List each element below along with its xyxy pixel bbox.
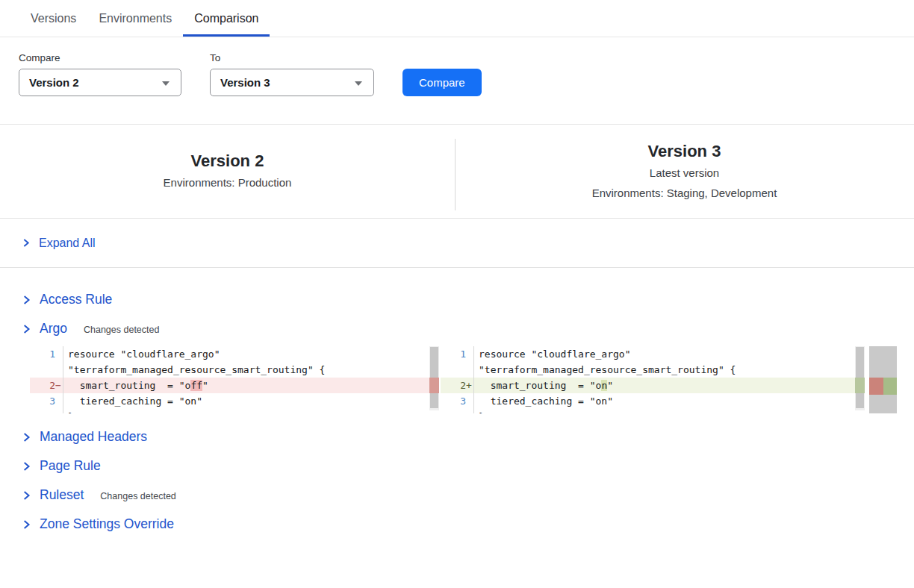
section-ruleset[interactable]: Ruleset Changes detected xyxy=(0,481,914,510)
version-right-latest: Latest version xyxy=(650,163,719,183)
tab-environments[interactable]: Environments xyxy=(87,0,183,37)
chevron-down-icon xyxy=(355,81,362,86)
compare-controls: Compare Version 2 To Version 3 Compare xyxy=(0,37,914,96)
compare-from-select[interactable]: Version 2 xyxy=(19,69,181,96)
section-title: Access Rule xyxy=(40,292,112,307)
diff-right-scrollbar[interactable] xyxy=(855,346,865,410)
header-divider xyxy=(455,139,456,210)
compare-button[interactable]: Compare xyxy=(402,69,482,96)
diff-right-pane: 1resource "cloudflare_argo" "terraform_m… xyxy=(441,346,865,413)
resource-sections: Access Rule Argo Changes detected 1resou… xyxy=(0,285,914,539)
compare-label: Compare xyxy=(19,52,181,63)
version-right-title: Version 3 xyxy=(648,140,721,163)
added-line-marker xyxy=(855,378,865,393)
removed-line-marker xyxy=(429,378,439,393)
compare-from-value: Version 2 xyxy=(29,76,79,89)
section-title: Ruleset xyxy=(40,487,84,503)
version-right-environments: Environments: Staging, Development xyxy=(592,183,777,203)
version-left-title: Version 2 xyxy=(191,150,264,172)
version-right-header: Version 3 Latest version Environments: S… xyxy=(455,125,914,218)
code-line: 3 tiered_caching = "on" xyxy=(30,393,439,409)
version-left-header: Version 2 Environments: Production xyxy=(0,125,455,218)
chevron-right-icon xyxy=(21,519,31,530)
version-left-environments: Environments: Production xyxy=(164,172,292,193)
code-line: } xyxy=(441,409,865,413)
section-title: Argo xyxy=(40,321,67,337)
removed-word-highlight: ff xyxy=(190,380,202,391)
tab-bar: Versions Environments Comparison xyxy=(0,0,914,37)
chevron-right-icon xyxy=(21,490,31,501)
section-argo[interactable]: Argo Changes detected xyxy=(0,314,914,343)
chevron-right-icon xyxy=(21,238,31,248)
diff-left-scrollbar[interactable] xyxy=(429,346,439,410)
code-line-added: 2+ smart_routing = "on" xyxy=(441,378,865,393)
expand-all-label: Expand All xyxy=(39,237,96,250)
code-line: 1resource "cloudflare_argo" "terraform_m… xyxy=(30,346,439,378)
section-zone-settings-override[interactable]: Zone Settings Override xyxy=(0,510,914,539)
chevron-down-icon xyxy=(162,81,170,86)
compare-to-value: Version 3 xyxy=(220,76,270,89)
code-line: } xyxy=(30,409,439,413)
section-title: Page Rule xyxy=(40,458,101,474)
argo-diff-viewer: 1resource "cloudflare_argo" "terraform_m… xyxy=(30,346,914,413)
chevron-right-icon xyxy=(21,461,31,472)
overview-removed-marker xyxy=(869,378,883,395)
changes-detected-badge: Changes detected xyxy=(84,325,159,335)
diff-overview-ruler[interactable] xyxy=(869,346,897,413)
diff-left-pane: 1resource "cloudflare_argo" "terraform_m… xyxy=(30,346,439,413)
chevron-right-icon xyxy=(21,432,31,442)
code-line-removed: 2− smart_routing = "off" xyxy=(30,378,439,393)
section-page-rule[interactable]: Page Rule xyxy=(0,451,914,481)
section-title: Zone Settings Override xyxy=(40,516,174,532)
expand-all-button[interactable]: Expand All xyxy=(0,219,914,268)
code-line: 1resource "cloudflare_argo" "terraform_m… xyxy=(441,346,865,378)
compare-to-select[interactable]: Version 3 xyxy=(210,69,374,96)
code-line: 3 tiered_caching = "on" xyxy=(441,393,865,409)
chevron-right-icon xyxy=(21,295,31,305)
to-label: To xyxy=(210,52,374,63)
chevron-right-icon xyxy=(21,324,31,334)
overview-added-marker xyxy=(883,378,898,395)
section-title: Managed Headers xyxy=(40,429,147,445)
section-access-rule[interactable]: Access Rule xyxy=(0,285,914,314)
tab-versions[interactable]: Versions xyxy=(19,0,87,37)
section-managed-headers[interactable]: Managed Headers xyxy=(0,422,914,451)
changes-detected-badge: Changes detected xyxy=(100,491,175,501)
version-headers: Version 2 Environments: Production Versi… xyxy=(0,124,914,219)
tab-comparison[interactable]: Comparison xyxy=(183,0,270,37)
